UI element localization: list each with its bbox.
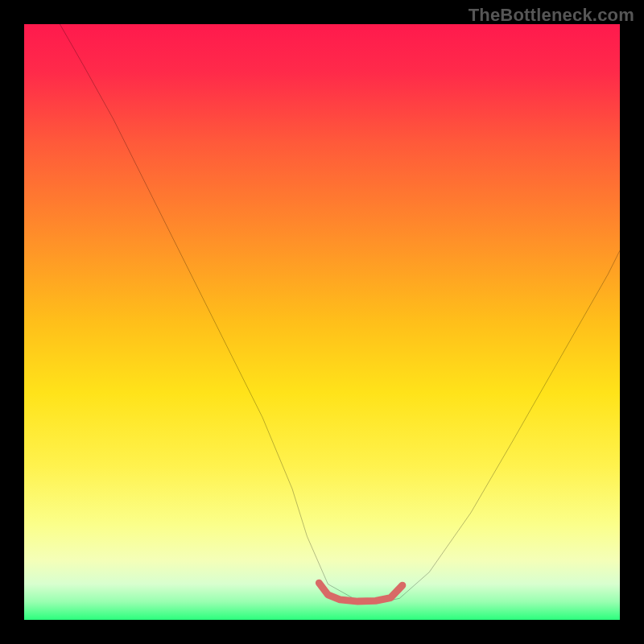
watermark-label: TheBottleneck.com — [469, 5, 634, 26]
chart-frame: TheBottleneck.com — [0, 0, 644, 644]
bottleneck-chart — [24, 24, 620, 620]
gradient-background — [24, 24, 620, 620]
